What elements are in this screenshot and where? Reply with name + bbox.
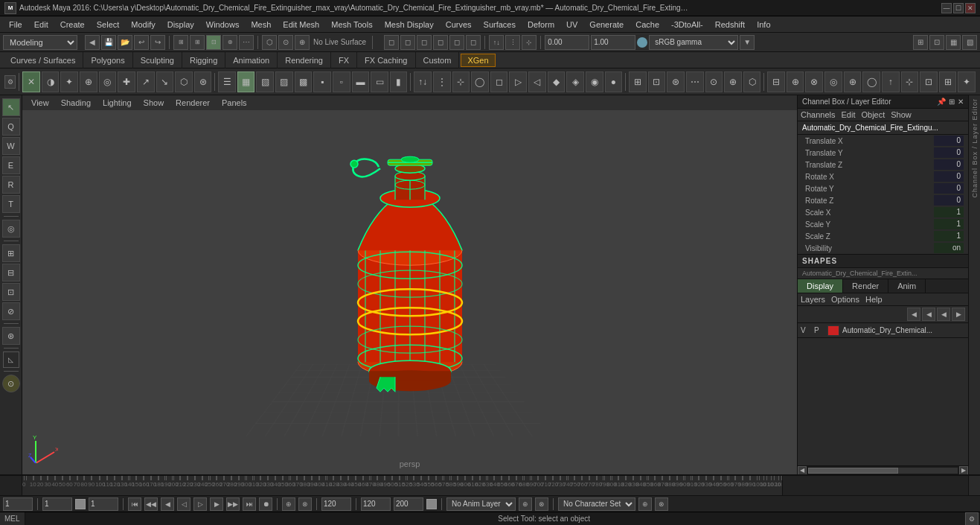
menu-generate[interactable]: Generate [583,16,630,33]
channel-translate-y[interactable]: Translate Y 0 [798,147,968,159]
toolbar-gamma-expand[interactable]: ▼ [740,35,755,50]
layers-layers[interactable]: Layers [801,295,825,304]
layer-visibility-v[interactable]: V [801,326,811,334]
icon-solid4[interactable]: ▮ [390,71,408,92]
channel-rotate-x[interactable]: Rotate X 0 [798,171,968,182]
icon-solid1[interactable]: ▫ [333,71,350,92]
toolbar-btn-snap4[interactable]: ⊛ [222,35,237,50]
icon-extra6[interactable]: ◯ [862,71,880,92]
mode-selector[interactable]: Modeling [3,35,77,50]
icon-lasso[interactable]: ◎ [99,71,117,92]
tool-select[interactable]: ↖ [2,98,20,116]
tab-fx-caching[interactable]: FX Caching [357,52,415,69]
scroll-track[interactable] [808,468,958,474]
char-set-icon2[interactable]: ⊗ [655,497,668,511]
transport-start[interactable]: ⏮ [128,497,141,511]
icon-r10[interactable]: ◉ [586,71,603,92]
layer-icon-4[interactable]: ▶ [952,308,965,321]
toolbar-btn-redo[interactable]: ↪ [150,35,165,50]
menu-deform[interactable]: Deform [522,16,560,33]
tool-lasso[interactable]: Q [2,118,20,136]
toolbar-value2[interactable] [591,35,635,50]
transport-prev[interactable]: ◀ [161,497,174,511]
transport-next[interactable]: ▶ [210,497,223,511]
cb-edit[interactable]: Edit [841,110,855,119]
icon-snap3[interactable]: ⊛ [667,71,685,92]
tool-extra[interactable]: T [2,195,20,213]
tab-rigging[interactable]: Rigging [182,52,225,69]
transport-end[interactable]: ⏭ [243,497,256,511]
tab-custom[interactable]: Custom [416,52,460,69]
icon-r11[interactable]: ● [605,71,623,92]
icon-solid2[interactable]: ▬ [352,71,370,92]
menu-edit-mesh[interactable]: Edit Mesh [277,16,325,33]
toolbar-btn-1[interactable]: ◀ [85,35,100,50]
icon-solid3[interactable]: ▭ [371,71,388,92]
icon-r6[interactable]: ▷ [509,71,527,92]
dra-anim[interactable]: Anim [888,279,926,293]
icon-paint[interactable]: ↘ [156,71,174,92]
vp-menu-show[interactable]: Show [138,98,170,108]
toolbar-btn-save[interactable]: 💾 [101,35,116,50]
icon-orbit[interactable]: ◑ [42,71,60,92]
toolbar-layout4[interactable]: ▧ [962,35,977,50]
vp-menu-lighting[interactable]: Lighting [97,98,138,108]
icon-r8[interactable]: ◆ [548,71,566,92]
tool-compass[interactable]: ⊙ [2,375,20,392]
icon-grid[interactable]: ☰ [218,71,236,92]
tool-circle[interactable]: ◎ [2,220,20,238]
menu-cache[interactable]: Cache [630,16,665,33]
viewport-container[interactable]: View Shading Lighting Show Renderer Pane… [22,95,797,474]
menu-windows[interactable]: Windows [200,16,246,33]
channel-translate-z[interactable]: Translate Z 0 [798,159,968,171]
tab-curves[interactable]: Curves / Surfaces [3,52,83,69]
icon-r9[interactable]: ◈ [566,71,584,92]
vp-menu-panels[interactable]: Panels [216,98,253,108]
menu-edit[interactable]: Edit [28,16,54,33]
icon-extra5[interactable]: ⊕ [844,71,862,92]
max-playback-input[interactable] [394,497,423,511]
menu-display[interactable]: Display [161,16,200,33]
status-settings-icon[interactable]: ⚙ [965,512,979,526]
cb-object[interactable]: Object [861,110,885,119]
menu-3dto[interactable]: -3DtoAll- [665,16,709,33]
toolbar-btn-snap2[interactable]: ⊞ [190,35,205,50]
transport-prev-key[interactable]: ◀◀ [144,497,158,511]
frame-current-input[interactable] [42,497,72,511]
channel-scale-x[interactable]: Scale X 1 [798,206,968,218]
layers-help[interactable]: Help [865,295,883,304]
icon-extra8[interactable]: ⊹ [901,71,919,92]
toolbar-btn-r5[interactable]: ◻ [449,35,464,50]
tool-grid1[interactable]: ⊞ [2,244,20,262]
toolbar-layout2[interactable]: ⊡ [929,35,944,50]
transport-extra2[interactable]: ⊗ [298,497,312,511]
tool-scale[interactable]: R [2,176,20,194]
menu-mesh[interactable]: Mesh [245,16,277,33]
char-set-icon1[interactable]: ⊕ [638,497,652,511]
anim-layer-selector[interactable]: No Anim Layer [446,497,516,511]
icon-hex[interactable]: ⬡ [175,71,193,92]
tab-rendering[interactable]: Rendering [278,52,331,69]
menu-curves[interactable]: Curves [440,16,478,33]
tool-grid2[interactable]: ⊟ [2,264,20,281]
tab-fx[interactable]: FX [331,52,357,69]
timeline-ruler[interactable]: 0102030405060708090100110120130140150160… [22,476,782,495]
menu-file[interactable]: File [3,16,28,33]
toolbar-btn-c1[interactable]: ↑↓ [489,35,504,50]
layer-color-swatch[interactable] [827,325,839,336]
menu-select[interactable]: Select [91,16,126,33]
channel-box-pin[interactable]: 📌 [937,98,946,106]
settings-icon[interactable]: ⚙ [4,75,16,89]
channel-rotate-y[interactable]: Rotate Y 0 [798,182,968,194]
icon-snap7[interactable]: ⬡ [743,71,761,92]
vp-menu-shading[interactable]: Shading [55,98,97,108]
toolbar-btn-snap[interactable]: ⊞ [173,35,188,50]
layer-icon-2[interactable]: ◀ [922,308,935,321]
scroll-left[interactable]: ◀ [798,466,807,475]
cb-show[interactable]: Show [891,110,912,119]
icon-move[interactable]: ✚ [118,71,135,92]
icon-r7[interactable]: ◁ [528,71,546,92]
frame-thumb[interactable] [75,499,86,509]
command-input[interactable] [25,512,494,525]
icon-extra3[interactable]: ⊗ [805,71,823,92]
